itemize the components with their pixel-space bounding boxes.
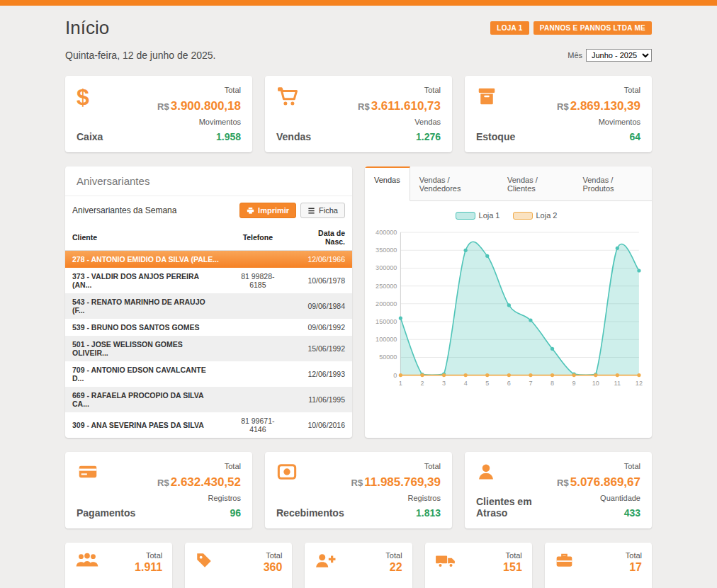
- quantidade-label: Quantidade: [557, 494, 640, 502]
- vendas-count-label: Vendas: [358, 118, 441, 126]
- total-label: Total: [157, 86, 241, 94]
- caixa-count-value: 1.958: [157, 131, 241, 142]
- total-label: Total: [503, 551, 522, 560]
- legend-loja1: Loja 1: [456, 211, 500, 220]
- loja2-swatch: [513, 212, 533, 220]
- total-label: Total: [626, 551, 642, 560]
- current-date: Quinta-feira, 12 de junho de 2025.: [65, 50, 216, 61]
- table-header-row: Cliente Telefone Data de Nasc.: [65, 225, 352, 251]
- table-row[interactable]: 278 - ANTONIO EMIDIO DA SILVA (PALE... 1…: [65, 251, 352, 268]
- usuarios-card: Total 22 Usuários: [305, 543, 412, 588]
- svg-text:300000: 300000: [376, 264, 397, 271]
- tab-vendas-produtos[interactable]: Vendas / Produtos: [574, 166, 653, 200]
- svg-text:150000: 150000: [376, 318, 397, 325]
- legend-loja2: Loja 2: [513, 211, 558, 220]
- clientes-atraso-count-value: 433: [557, 507, 640, 519]
- estoque-title: Estoque: [476, 131, 515, 142]
- svg-text:100000: 100000: [376, 336, 397, 343]
- total-label: Total: [157, 462, 241, 470]
- vendedores-card: Total 17 Vendedores: [545, 543, 652, 588]
- tab-vendas-clientes[interactable]: Vendas / Clientes: [498, 166, 573, 200]
- person-icon: [476, 462, 557, 482]
- users-icon: [75, 551, 99, 574]
- company-badge[interactable]: PANNOS E PANNOS LTDA ME: [533, 21, 652, 35]
- briefcase-icon: [555, 551, 574, 574]
- month-select[interactable]: Junho - 2025: [586, 49, 652, 62]
- table-row[interactable]: 669 - RAFAELA PROCOPIO DA SILVA CA... 11…: [65, 387, 352, 412]
- loja1-swatch: [456, 212, 475, 220]
- pagamentos-title: Pagamentos: [77, 507, 135, 519]
- user-plus-icon: [315, 551, 336, 574]
- recebimentos-title: Recebimentos: [276, 507, 344, 519]
- tab-vendas-vendedores[interactable]: Vendas / Vendedores: [410, 166, 498, 200]
- svg-text:6: 6: [507, 380, 511, 387]
- chart-tabbar: Vendas Vendas / Vendedores Vendas / Clie…: [365, 166, 652, 201]
- movimentos-label: Movimentos: [557, 118, 640, 126]
- total-label: Total: [557, 86, 640, 94]
- aniversariantes-toolbar: Aniversariantes da Semana Imprimir Ficha: [65, 196, 352, 225]
- total-label: Total: [358, 86, 441, 94]
- money-icon: [276, 462, 344, 482]
- caixa-total-value: R$3.900.800,18: [157, 99, 241, 113]
- dollar-icon: $: [77, 86, 103, 108]
- pagamentos-card: Pagamentos Total R$2.632.430,52 Registro…: [65, 452, 252, 528]
- ficha-button[interactable]: Ficha: [300, 203, 345, 218]
- produtos-card: Total 360 Produtos: [185, 543, 292, 588]
- truck-icon: [435, 551, 456, 574]
- table-row[interactable]: 373 - VALDIR DOS ANJOS PEREIRA (AN... 81…: [65, 268, 352, 293]
- total-label: Total: [557, 462, 640, 470]
- page-container: Início LOJA 1 PANNOS E PANNOS LTDA ME Qu…: [65, 6, 652, 588]
- estoque-total-value: R$2.869.130,39: [557, 99, 640, 113]
- page-header: Início LOJA 1 PANNOS E PANNOS LTDA ME: [65, 17, 652, 39]
- table-row[interactable]: 543 - RENATO MARINHO DE ARAUJO (F... 09/…: [65, 293, 352, 319]
- aniversariantes-subtitle: Aniversariantes da Semana: [72, 205, 176, 215]
- vendas-title: Vendas: [276, 131, 311, 142]
- recebimentos-count-value: 1.813: [351, 507, 441, 519]
- vendas-count-value: 1.276: [358, 131, 441, 142]
- month-label: Mês: [568, 51, 582, 60]
- store-badge-loja1[interactable]: LOJA 1: [490, 21, 529, 35]
- table-row[interactable]: 501 - JOSE WELISSON GOMES OLIVEIR... 15/…: [65, 336, 352, 361]
- middle-row: Aniversariantes Aniversariantes da Seman…: [65, 166, 652, 438]
- box-icon: [476, 86, 515, 107]
- svg-text:4: 4: [464, 380, 468, 387]
- table-row[interactable]: 539 - BRUNO DOS SANTOS GOMES 09/06/1992: [65, 319, 352, 336]
- svg-text:8: 8: [551, 380, 554, 387]
- recebimentos-total-value: R$11.985.769,39: [351, 475, 441, 490]
- list-icon: [307, 207, 315, 215]
- svg-text:12: 12: [636, 380, 643, 387]
- fornecedores-total-value: 151: [503, 561, 522, 574]
- svg-text:200000: 200000: [376, 300, 397, 307]
- svg-text:5: 5: [485, 380, 489, 387]
- registros-label: Registros: [157, 494, 241, 502]
- usuarios-total-value: 22: [385, 561, 402, 574]
- svg-text:400000: 400000: [376, 229, 397, 236]
- caixa-card: $ Caixa Total R$3.900.800,18 Movimentos …: [65, 76, 252, 152]
- svg-text:1: 1: [399, 380, 402, 387]
- estoque-count-value: 64: [557, 131, 640, 142]
- clientes-card: Total 1.911 Clientes: [65, 543, 172, 588]
- store-badges: LOJA 1 PANNOS E PANNOS LTDA ME: [490, 21, 652, 35]
- clientes-total-value: 1.911: [135, 561, 162, 574]
- table-row[interactable]: 709 - ANTONIO EDSON CAVALCANTE D... 12/0…: [65, 361, 352, 387]
- total-label: Total: [135, 551, 162, 560]
- table-row[interactable]: 309 - ANA SEVERINA PAES DA SILVA 81 9967…: [65, 412, 352, 438]
- svg-text:250000: 250000: [376, 283, 397, 290]
- tab-vendas[interactable]: Vendas: [365, 166, 410, 201]
- cart-icon: [276, 86, 311, 107]
- recebimentos-card: Recebimentos Total R$11.985.769,39 Regis…: [265, 452, 452, 528]
- birthdays-table: Cliente Telefone Data de Nasc. 278 - ANT…: [65, 225, 352, 438]
- svg-text:7: 7: [529, 380, 532, 387]
- credit-card-icon: [77, 462, 135, 482]
- vendedores-total-value: 17: [626, 561, 642, 574]
- svg-text:350000: 350000: [376, 247, 397, 254]
- count-row: Total 1.911 Clientes Total 360 Produtos: [65, 543, 652, 588]
- imprimir-button[interactable]: Imprimir: [239, 203, 296, 218]
- clientes-atraso-total-value: R$5.076.869,67: [557, 475, 640, 490]
- svg-text:50000: 50000: [379, 354, 397, 361]
- top-accent-bar: [0, 0, 717, 6]
- chart-legend: Loja 1 Loja 2: [366, 208, 646, 224]
- total-label: Total: [385, 551, 402, 560]
- vendas-total-value: R$3.611.610,73: [358, 99, 441, 113]
- aniversariantes-panel: Aniversariantes Aniversariantes da Seman…: [65, 166, 352, 438]
